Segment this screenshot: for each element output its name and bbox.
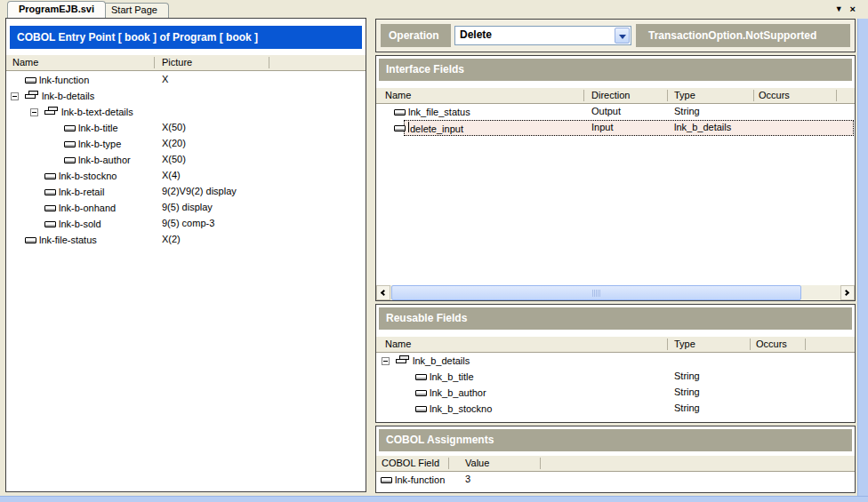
field-icon (44, 205, 56, 211)
column-occurs[interactable]: Occurs (756, 339, 787, 349)
column-divider[interactable] (154, 57, 155, 68)
scroll-right-icon[interactable] (840, 285, 855, 300)
scrollbar-thumb[interactable] (391, 285, 801, 300)
table-row[interactable]: lnk_b_details (376, 353, 855, 369)
horizontal-scrollbar[interactable] (376, 285, 855, 300)
field-icon (25, 237, 36, 243)
reusable-fields-table: lnk_b_detailslnk_b_titleStringlnk_b_auth… (376, 353, 855, 421)
row-label: lnk-b-text-details (61, 107, 133, 117)
row-label: lnk-b-retail (59, 187, 104, 197)
operation-select[interactable]: Delete (454, 26, 631, 45)
field-icon (415, 406, 427, 412)
group-icon (44, 107, 59, 117)
column-cobol-field[interactable]: COBOL Field (382, 458, 439, 468)
name-cell: lnk_b_author (376, 385, 486, 401)
column-divider[interactable] (753, 90, 754, 101)
interface-fields-section: Interface Fields Name Direction Type Occ… (375, 55, 856, 301)
editor-window: ProgramEJB.svi Start Page ▼ × COBOL Entr… (0, 0, 868, 502)
row-label: lnk-b-sold (59, 219, 101, 229)
field-icon (25, 77, 36, 84)
table-row[interactable]: lnk_b_authorString (376, 385, 855, 401)
selection-outline (404, 120, 854, 136)
table-row[interactable]: lnk-b-stocknoX(4) (6, 168, 366, 184)
tab-start-page[interactable]: Start Page (100, 3, 169, 18)
table-row[interactable]: lnk-b-details (6, 88, 366, 104)
column-divider[interactable] (667, 90, 668, 101)
table-row[interactable]: lnk_b_titleString (376, 369, 855, 385)
column-divider[interactable] (540, 458, 541, 469)
name-cell: lnk-b-title (6, 120, 118, 136)
chevron-down-icon[interactable] (615, 28, 630, 44)
collapse-icon[interactable] (382, 357, 390, 365)
expander-slot (11, 92, 25, 100)
column-direction[interactable]: Direction (591, 90, 630, 100)
cobol-assignments-header: COBOL Assignments (379, 429, 852, 451)
table-row[interactable]: lnk-b-titleX(50) (6, 120, 366, 136)
cell-picture: X(20) (162, 138, 186, 148)
row-label: lnk-function (395, 474, 445, 485)
table-row[interactable]: lnk_b_stocknoString (376, 401, 855, 417)
name-cell: lnk-function (6, 72, 89, 88)
column-divider[interactable] (667, 339, 668, 350)
cell-picture: 9(2)V9(2) display (162, 186, 237, 196)
column-divider[interactable] (448, 458, 449, 469)
interface-fields-table: lnk_file_statusOutputStringdelete_inputI… (376, 104, 855, 284)
cell-type: String (674, 106, 700, 116)
column-name[interactable]: Name (12, 57, 38, 68)
group-icon (25, 91, 39, 101)
window-border-right (857, 19, 868, 502)
column-divider[interactable] (836, 90, 837, 101)
cell-picture: X(50) (162, 122, 186, 132)
table-row[interactable]: lnk-file-statusX(2) (6, 232, 366, 248)
window-border-bottom (0, 496, 868, 502)
name-cell: lnk-b-details (6, 88, 94, 104)
table-row[interactable]: lnk-b-text-details (6, 104, 366, 120)
reusable-fields-section: Reusable Fields Name Type Occurs lnk_b_d… (375, 304, 856, 423)
column-divider[interactable] (750, 339, 751, 350)
column-value[interactable]: Value (465, 458, 489, 468)
column-picture[interactable]: Picture (162, 57, 192, 68)
cell-picture: 9(5) comp-3 (162, 218, 214, 228)
table-row[interactable]: lnk-b-typeX(20) (6, 136, 366, 152)
field-icon (64, 141, 76, 147)
cell-type: String (674, 371, 700, 381)
column-type[interactable]: Type (674, 339, 695, 349)
name-cell: lnk-b-type (6, 136, 121, 152)
column-divider[interactable] (805, 339, 806, 350)
row-label: lnk_file_status (408, 107, 470, 117)
table-row[interactable]: lnk_file_statusOutputString (376, 104, 855, 120)
table-row[interactable]: lnk-function3 (376, 472, 855, 488)
column-name[interactable]: Name (385, 90, 411, 100)
row-label: lnk_b_stockno (430, 403, 492, 414)
table-row[interactable]: lnk-b-retail9(2)V9(2) display (6, 184, 366, 200)
collapse-icon[interactable] (11, 92, 19, 100)
tab-list-chevron-icon[interactable]: ▼ (835, 3, 843, 15)
table-row[interactable]: delete_inputInputlnk_b_details (376, 120, 855, 136)
table-row[interactable]: lnk-b-sold9(5) comp-3 (6, 216, 366, 232)
column-occurs[interactable]: Occurs (759, 90, 790, 100)
tab-programejb[interactable]: ProgramEJB.svi (7, 1, 106, 18)
row-label: lnk_b_title (430, 371, 474, 382)
collapse-icon[interactable] (30, 108, 38, 116)
name-cell: lnk-file-status (6, 232, 97, 248)
column-divider[interactable] (583, 90, 584, 101)
entry-point-title-bar: COBOL Entry Point [ book ] of Program [ … (10, 26, 362, 49)
column-name[interactable]: Name (385, 339, 411, 349)
close-icon[interactable]: × (850, 3, 856, 15)
scroll-left-icon[interactable] (376, 285, 390, 300)
column-divider[interactable] (269, 57, 269, 68)
row-label: lnk_b_author (430, 387, 486, 398)
cobol-assignments-column-header: COBOL Field Value (376, 456, 855, 472)
field-icon (44, 173, 56, 179)
tab-bar: ProgramEJB.svi Start Page ▼ × (0, 0, 868, 18)
row-label: lnk-file-status (39, 235, 97, 245)
name-cell: lnk-b-stockno (6, 168, 117, 184)
name-cell: lnk_b_details (376, 353, 470, 369)
group-icon (396, 355, 410, 366)
column-type[interactable]: Type (674, 90, 695, 100)
field-icon (44, 189, 56, 195)
table-row[interactable]: lnk-b-authorX(50) (6, 152, 366, 168)
name-cell: lnk-b-sold (6, 216, 101, 232)
table-row[interactable]: lnk-functionX (6, 72, 366, 88)
table-row[interactable]: lnk-b-onhand9(5) display (6, 200, 366, 216)
